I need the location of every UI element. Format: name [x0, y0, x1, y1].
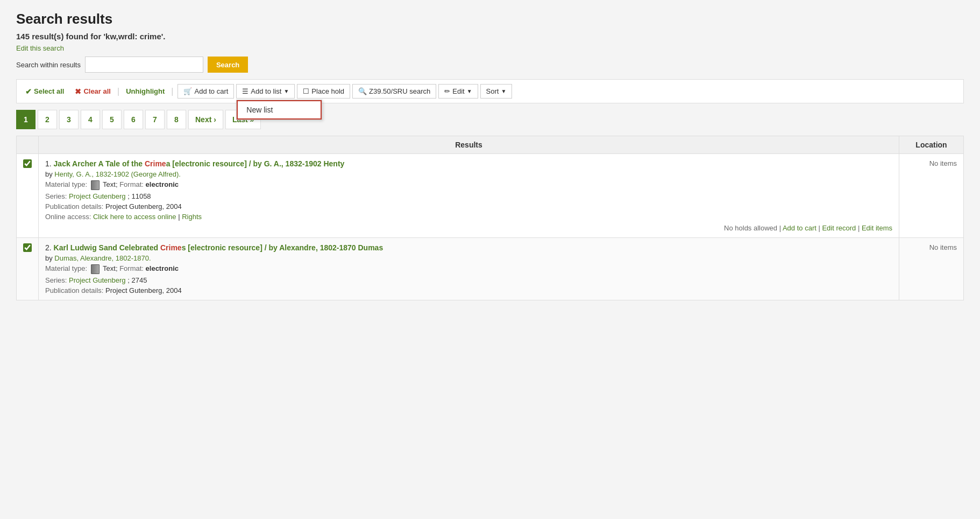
result-1-add-cart-link[interactable]: Add to cart: [783, 224, 816, 232]
result-2-checkbox-cell: [17, 238, 39, 300]
result-2-series-link[interactable]: Project Gutenberg: [69, 276, 126, 284]
result-1-content: 1. Jack Archer A Tale of the Crimea [ele…: [39, 154, 899, 238]
result-1-online-row: Online access: Click here to access onli…: [45, 213, 892, 221]
results-col-header: Results: [39, 136, 899, 154]
page-button-1[interactable]: 1: [16, 110, 35, 129]
result-2-material-row: Material type: Text; Format: electronic: [45, 264, 892, 274]
result-2-number: 2: [45, 243, 49, 252]
separator1: |: [117, 87, 119, 96]
checkmark-icon: ✔: [25, 87, 32, 96]
toolbar: ✔ Select all ✖ Clear all | Unhighlight |…: [16, 79, 964, 103]
edit-search-link[interactable]: Edit this search: [16, 44, 64, 52]
search-within-input[interactable]: [85, 57, 203, 73]
result-1-author-link[interactable]: Henty, G. A., 1832-1902 (George Alfred).: [54, 170, 181, 178]
result-2-series-row: Series: Project Gutenberg ; 2745: [45, 276, 892, 284]
page-button-7[interactable]: 7: [145, 110, 165, 129]
result-1-title-before: Jack Archer A Tale of the: [54, 159, 145, 168]
add-to-cart-button[interactable]: 🛒 Add to cart: [177, 84, 234, 99]
result-1-checkbox[interactable]: [23, 159, 32, 168]
new-list-item[interactable]: New list: [237, 100, 322, 120]
page-button-5[interactable]: 5: [102, 110, 122, 129]
result-1-pub-row: Publication details: Project Gutenberg, …: [45, 202, 892, 211]
result-2-location: No items: [899, 238, 964, 300]
result-2-title-after: s [electronic resource] / by Alexandre, …: [182, 243, 384, 252]
checkbox-col-header: [17, 136, 39, 154]
sort-button[interactable]: Sort ▼: [480, 84, 513, 99]
pencil-icon: ✏: [444, 87, 450, 95]
results-summary: 145 result(s) found for 'kw,wrdl: crime'…: [16, 32, 964, 41]
result-1-checkbox-cell: [17, 154, 39, 238]
result-1-series-row: Series: Project Gutenberg ; 11058: [45, 192, 892, 200]
unhighlight-button[interactable]: Unhighlight: [124, 85, 167, 98]
result-1-title-after: a [electronic resource] / by G. A., 1832…: [166, 159, 345, 168]
result-1-title-highlight: Crime: [145, 159, 166, 168]
result-1-title-link[interactable]: Jack Archer A Tale of the Crimea [electr…: [54, 159, 345, 168]
z3950-search-button[interactable]: 🔍 Z39.50/SRU search: [352, 84, 436, 99]
result-2-author-link[interactable]: Dumas, Alexandre, 1802-1870.: [54, 254, 151, 262]
result-2-title-line: 2. Karl Ludwig Sand Celebrated Crimes [e…: [45, 243, 892, 252]
location-col-header: Location: [899, 136, 964, 154]
select-all-button[interactable]: ✔ Select all: [23, 85, 66, 99]
result-2-title-link[interactable]: Karl Ludwig Sand Celebrated Crimes [elec…: [54, 243, 384, 252]
result-1-title-line: 1. Jack Archer A Tale of the Crimea [ele…: [45, 159, 892, 168]
result-2-checkbox[interactable]: [23, 243, 32, 252]
page-button-6[interactable]: 6: [124, 110, 143, 129]
result-1-series-link[interactable]: Project Gutenberg: [69, 192, 126, 200]
result-2-title-highlight: Crime: [160, 243, 182, 252]
next-button[interactable]: Next ›: [188, 110, 223, 129]
clear-all-button[interactable]: ✖ Clear all: [73, 85, 113, 99]
search-within-label: Search within results: [16, 61, 81, 69]
page-button-3[interactable]: 3: [59, 110, 79, 129]
result-1-edit-items-link[interactable]: Edit items: [862, 224, 892, 232]
page-button-4[interactable]: 4: [81, 110, 100, 129]
sort-caret-icon: ▼: [501, 88, 506, 94]
hold-icon: ☐: [303, 87, 309, 95]
result-1-book-icon: [91, 180, 100, 190]
edit-button[interactable]: ✏ Edit ▼: [438, 84, 478, 99]
table-row: 2. Karl Ludwig Sand Celebrated Crimes [e…: [17, 238, 964, 300]
place-hold-button[interactable]: ☐ Place hold: [297, 84, 350, 99]
dropdown-caret-icon: ▼: [283, 88, 289, 94]
pagination: 1 2 3 4 5 6 7 8 Next › Last »: [16, 103, 964, 136]
result-1-action-links: No holds allowed | Add to cart | Edit re…: [45, 224, 892, 232]
edit-caret-icon: ▼: [467, 88, 472, 94]
list-icon: ☰: [242, 87, 248, 95]
page-button-2[interactable]: 2: [38, 110, 57, 129]
add-to-list-button[interactable]: ☰ Add to list ▼: [236, 84, 295, 99]
page-button-8[interactable]: 8: [167, 110, 186, 129]
result-1-material-row: Material type: Text; Format: electronic: [45, 180, 892, 190]
result-2-content: 2. Karl Ludwig Sand Celebrated Crimes [e…: [39, 238, 899, 300]
table-row: 1. Jack Archer A Tale of the Crimea [ele…: [17, 154, 964, 238]
cart-icon: 🛒: [183, 87, 192, 95]
search-icon: 🔍: [358, 87, 367, 95]
add-to-list-dropdown-menu: New list: [236, 100, 322, 120]
result-1-edit-record-link[interactable]: Edit record: [822, 224, 856, 232]
results-table: Results Location 1. Jack Archer A Tale o…: [16, 136, 964, 300]
result-2-title-before: Karl Ludwig Sand Celebrated: [54, 243, 160, 252]
result-1-number: 1: [45, 159, 49, 168]
separator2: |: [171, 87, 173, 96]
page-title: Search results: [16, 11, 964, 27]
result-2-author-row: by Dumas, Alexandre, 1802-1870.: [45, 254, 892, 262]
result-1-author-row: by Henty, G. A., 1832-1902 (George Alfre…: [45, 170, 892, 178]
result-2-pub-row: Publication details: Project Gutenberg, …: [45, 286, 892, 294]
search-button[interactable]: Search: [208, 57, 248, 73]
result-1-location: No items: [899, 154, 964, 238]
x-icon: ✖: [75, 87, 81, 96]
result-1-rights-link[interactable]: Rights: [182, 213, 202, 221]
result-2-book-icon: [91, 264, 100, 274]
result-1-online-link[interactable]: Click here to access online: [93, 213, 176, 221]
add-to-list-dropdown-wrapper: ☰ Add to list ▼ New list: [236, 84, 295, 99]
